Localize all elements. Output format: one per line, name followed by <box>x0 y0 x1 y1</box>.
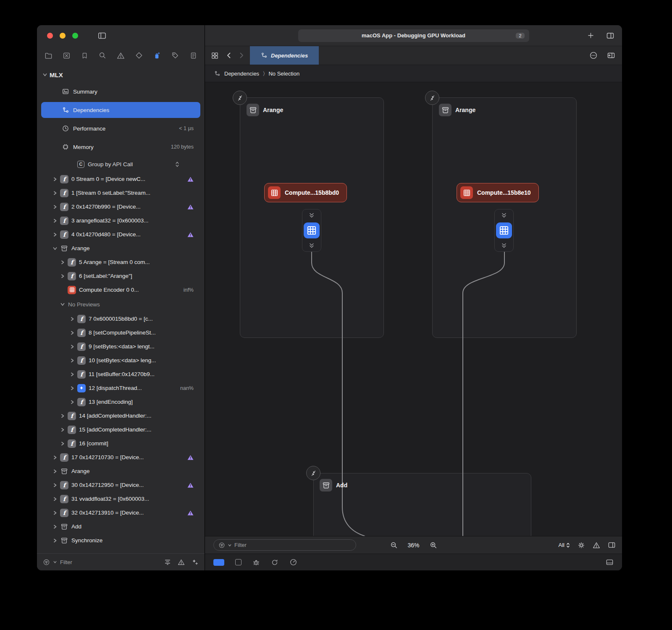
warning-icon[interactable] <box>593 541 600 549</box>
chevron-right-icon[interactable] <box>69 317 75 321</box>
chevron-right-icon[interactable] <box>52 219 58 223</box>
chevron-right-icon[interactable] <box>52 455 58 460</box>
chevron-right-icon[interactable] <box>69 358 75 363</box>
tree-row-summary[interactable]: Summary <box>37 82 205 101</box>
chevron-right-icon[interactable] <box>60 274 66 278</box>
tree-row-7-0x6000015b8bd0-c[interactable]: f7 0x6000015b8bd0 = [c... <box>37 312 205 326</box>
graph-view-mode-button[interactable] <box>213 559 224 566</box>
tree-row-17-0x142710730-device[interactable]: f17 0x142710730 = [Device... <box>37 450 205 464</box>
dependency-graph-canvas[interactable]: Arange Arange Add Compute...15b8bd0 Comp… <box>205 82 622 536</box>
tree-row-add[interactable]: Add <box>37 520 205 533</box>
buffer-resource-node[interactable] <box>302 209 321 252</box>
sidebar-filter-placeholder[interactable]: Filter <box>60 559 72 565</box>
tab-overview-icon[interactable] <box>211 52 219 60</box>
runtime-warning-icon[interactable] <box>187 455 194 460</box>
tree-row-synchronize[interactable]: Synchronize <box>37 533 205 547</box>
tree-row-6-setlabel-arange[interactable]: f6 [setLabel:"Arange"] <box>37 269 205 283</box>
compute-encoder-node[interactable]: Compute...15b8bd0 <box>264 183 347 202</box>
filter-icon[interactable] <box>43 559 50 566</box>
tag-icon[interactable] <box>170 52 181 59</box>
performance-gauge-icon[interactable] <box>289 558 297 566</box>
tree-row-11-setbuffer-0x14270b9[interactable]: f11 [setBuffer:0x14270b9... <box>37 367 205 381</box>
test-diamond-icon[interactable] <box>134 52 144 59</box>
flatten-list-icon[interactable] <box>164 558 171 566</box>
chevron-right-icon[interactable] <box>60 414 66 418</box>
breadcrumb-item-selection[interactable]: No Selection <box>268 71 299 77</box>
tree-row-13-endencoding[interactable]: f13 [endEncoding] <box>37 395 205 409</box>
breadcrumb-item-dependencies[interactable]: Dependencies <box>224 71 259 77</box>
tree-row-9-setbytes-data-lengt[interactable]: f9 [setBytes:<data> lengt... <box>37 340 205 353</box>
report-icon[interactable] <box>188 52 199 59</box>
tab-dependencies[interactable]: Dependencies <box>250 46 319 65</box>
chevron-right-icon[interactable] <box>69 345 75 349</box>
tree-row-5-arange-stream-0-com[interactable]: f5 Arange = [Stream 0 com... <box>37 255 205 269</box>
runtime-warning-icon[interactable] <box>187 232 194 238</box>
tree-row-arange[interactable]: Arange <box>37 464 205 478</box>
chevron-down-icon[interactable] <box>42 73 48 77</box>
tree-row-31-vvaddfloat32-0x600003[interactable]: f31 vvaddfloat32 = [0x600003... <box>37 492 205 506</box>
buffer-resource-node[interactable] <box>494 209 514 252</box>
tree-row-mlx[interactable]: MLX <box>37 67 205 82</box>
gear-icon[interactable] <box>578 541 585 549</box>
split-editor-icon[interactable] <box>606 31 614 40</box>
folder-icon[interactable] <box>43 52 54 60</box>
warning-icon[interactable] <box>116 52 126 60</box>
tree-row-32-0x142713910-device[interactable]: f32 0x142713910 = [Device... <box>37 506 205 520</box>
chevron-down-icon[interactable] <box>52 246 58 251</box>
tree-row-10-setbytes-data-leng[interactable]: f10 [setBytes:<data> leng... <box>37 353 205 367</box>
runtime-warning-icon[interactable] <box>187 482 194 488</box>
sparkle-plus-icon[interactable] <box>191 558 199 566</box>
chevron-right-icon[interactable] <box>52 191 58 195</box>
tree-row-1-stream-0-setlabel-stream[interactable]: f1 [Stream 0 setLabel:"Stream... <box>37 186 205 200</box>
chevron-right-icon[interactable] <box>69 372 75 376</box>
chevron-right-icon[interactable] <box>52 483 58 487</box>
tree-row-14-addcompletedhandler[interactable]: f14 [addCompletedHandler:... <box>37 409 205 423</box>
close-window-button[interactable] <box>47 33 53 39</box>
zoom-window-button[interactable] <box>72 33 78 39</box>
tree-row-compute-encoder-0-0[interactable]: Compute Encoder 0 0...inf% <box>37 283 205 297</box>
tree-row-performance[interactable]: Performance< 1 µs <box>37 119 205 138</box>
zoom-out-icon[interactable] <box>390 541 397 549</box>
zoom-level[interactable]: 36% <box>407 542 419 549</box>
tree-row-30-0x142712950-device[interactable]: f30 0x142712950 = [Device... <box>37 478 205 492</box>
tree-row-16-commit[interactable]: f16 [commit] <box>37 437 205 450</box>
chevron-right-icon[interactable] <box>52 497 58 501</box>
refresh-icon[interactable] <box>271 559 278 566</box>
chevron-right-icon[interactable] <box>69 400 75 404</box>
forward-icon[interactable] <box>239 52 244 59</box>
canvas-filter-field[interactable]: Filter <box>213 539 356 551</box>
tree-row-memory[interactable]: Memory120 bytes <box>37 138 205 156</box>
tree-row-15-addcompletedhandler[interactable]: f15 [addCompletedHandler:... <box>37 423 205 437</box>
tree-row-no-previews[interactable]: No Previews <box>37 297 205 312</box>
chevron-right-icon[interactable] <box>52 177 58 181</box>
tree-row-group-by-api-call[interactable]: CGroup by API Call <box>37 156 205 172</box>
tree-row-0-stream-0-device-newc[interactable]: f0 Stream 0 = [Device newC... <box>37 172 205 186</box>
chevron-right-icon[interactable] <box>52 205 58 209</box>
scope-popup[interactable]: All <box>559 542 570 548</box>
tree-row-3-arangefloat32-0x600003[interactable]: f3 arangefloat32 = [0x600003... <box>37 214 205 227</box>
runtime-warning-icon[interactable] <box>187 176 194 182</box>
updown-chevron-icon[interactable] <box>175 161 179 167</box>
zoom-in-icon[interactable] <box>430 541 437 549</box>
tree-row-4-0x14270d480-device[interactable]: f4 0x14270d480 = [Device... <box>37 227 205 241</box>
inspector-panel-icon[interactable] <box>608 541 616 549</box>
warning-filter-icon[interactable] <box>178 559 185 566</box>
tree-row-2-0x14270b990-device[interactable]: f2 0x14270b990 = [Device... <box>37 200 205 214</box>
more-options-icon[interactable] <box>589 51 598 60</box>
tree-row-arange[interactable]: Arange <box>37 241 205 255</box>
runtime-warning-icon[interactable] <box>187 510 194 516</box>
back-icon[interactable] <box>226 52 231 59</box>
tree-row-12-dispatchthread[interactable]: 12 [dispatchThread...nan% <box>37 381 205 395</box>
runtime-warning-icon[interactable] <box>187 204 194 210</box>
add-tab-icon[interactable] <box>587 32 594 39</box>
tree-row-8-setcomputepipelinest[interactable]: f8 [setComputePipelineSt... <box>37 326 205 340</box>
collapse-group-icon[interactable] <box>233 91 247 105</box>
chevron-right-icon[interactable] <box>69 386 75 390</box>
chevron-right-icon[interactable] <box>60 428 66 432</box>
chevron-right-icon[interactable] <box>52 469 58 473</box>
x-square-icon[interactable] <box>61 52 72 60</box>
chevron-down-icon[interactable] <box>60 302 66 306</box>
bug-icon[interactable] <box>252 559 260 566</box>
chevron-right-icon[interactable] <box>52 233 58 237</box>
chevron-right-icon[interactable] <box>52 525 58 529</box>
